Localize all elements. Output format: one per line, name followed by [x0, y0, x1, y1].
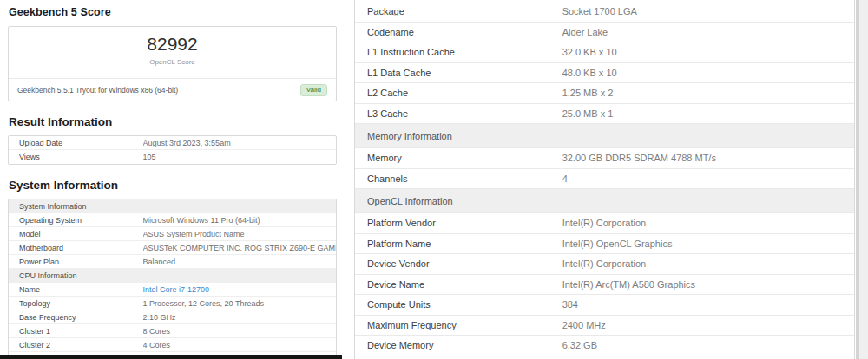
row-value: 2.10 GHz	[143, 313, 336, 322]
row-value: 25.0 MB x 1	[562, 108, 854, 119]
row-value: 4 Cores	[143, 341, 336, 349]
table-row: L1 Data Cache 48.0 KB x 10	[355, 63, 854, 84]
row-label: L1 Data Cache	[355, 68, 562, 78]
table-row: Device Vendor Intel(R) Corporation	[355, 254, 854, 275]
row-label: Maximum Frequency	[355, 320, 562, 330]
row-label: Base Frequency	[9, 313, 143, 322]
row-value: 1.25 MB x 2	[562, 88, 854, 98]
row-value: 48.0 KB x 10	[562, 68, 854, 78]
row-label: CPU Information	[9, 271, 336, 280]
system-information-table: System Information Operating System Micr…	[8, 199, 337, 359]
row-label: Power Plan	[9, 258, 143, 266]
row-label: Topology	[9, 299, 143, 308]
row-value: 6.32 GB	[562, 340, 854, 350]
table-row: Power Plan Balanced	[9, 255, 336, 269]
table-row: Motherboard ASUSTeK COMPUTER INC. ROG ST…	[9, 241, 336, 255]
table-row: Codename Alder Lake	[355, 23, 854, 43]
row-label: System Information	[9, 202, 336, 211]
table-row: Compute Units 384	[355, 295, 854, 316]
row-value: 4	[562, 173, 854, 184]
screenshot-bottom-edge	[0, 355, 342, 359]
row-label: Cluster 2	[9, 341, 143, 349]
row-value: Balanced	[143, 258, 336, 266]
row-value: 8 Cores	[143, 327, 336, 336]
row-label: Memory Information	[355, 131, 854, 141]
row-label: Memory	[355, 153, 562, 163]
row-label: Codename	[355, 27, 562, 37]
row-value: Intel(R) Corporation	[562, 218, 854, 228]
table-row: Memory 32.00 GB DDR5 SDRAM 4788 MT/s	[355, 148, 854, 169]
table-row: Maximum Frequency 2400 MHz	[355, 316, 854, 336]
row-label: L2 Cache	[355, 88, 562, 98]
table-row: Model ASUS System Product Name	[9, 227, 336, 241]
benchmark-version-text: Geekbench 5.5.1 Tryout for Windows x86 (…	[17, 86, 178, 95]
table-row: Channels 4	[355, 169, 854, 190]
row-label: Package	[355, 6, 562, 16]
row-label: Motherboard	[9, 244, 143, 252]
row-label: Channels	[355, 173, 562, 184]
row-value: Intel(R) Corporation	[562, 258, 854, 269]
row-label: Name	[9, 285, 143, 294]
page-title: Geekbench 5 Score	[9, 6, 354, 18]
score-card: 82992 OpenCL Score Geekbench 5.5.1 Tryou…	[8, 26, 337, 101]
row-value: 32.0 KB x 10	[562, 47, 854, 57]
row-value: Socket 1700 LGA	[562, 6, 854, 16]
table-row: Device Memory 6.32 GB	[355, 336, 854, 356]
row-value: 2400 MHz	[562, 320, 854, 330]
row-label: Compute Units	[355, 299, 562, 310]
row-label: Platform Name	[355, 238, 562, 249]
row-label: Views	[9, 153, 143, 161]
row-value: Microsoft Windows 11 Pro (64-bit)	[143, 216, 336, 225]
table-row: Device Name Intel(R) Arc(TM) A580 Graphi…	[355, 275, 854, 296]
section-header-row: CPU Information	[9, 269, 336, 283]
table-row: Cluster 2 4 Cores	[9, 338, 336, 352]
table-row: L3 Cache 25.0 MB x 1	[355, 104, 854, 125]
section-header-row: Memory Information	[355, 124, 854, 148]
result-information-heading: Result Information	[9, 115, 354, 128]
row-value: 1 Processor, 12 Cores, 20 Threads	[143, 299, 336, 308]
score-label: OpenCL Score	[9, 58, 336, 66]
valid-status-badge: Valid	[300, 84, 327, 96]
row-value: Intel(R) OpenCL Graphics	[562, 238, 854, 249]
system-information-heading: System Information	[9, 179, 354, 192]
row-label: Device Vendor	[355, 258, 562, 269]
row-label: L1 Instruction Cache	[355, 47, 562, 57]
row-value: Alder Lake	[562, 27, 854, 37]
table-row: Operating System Microsoft Windows 11 Pr…	[9, 213, 336, 227]
row-value: August 3rd 2023, 3:55am	[143, 139, 336, 147]
score-main: 82992 OpenCL Score	[9, 27, 336, 78]
row-label: Cluster 1	[9, 327, 143, 336]
scrollbar-track[interactable]	[856, 0, 868, 359]
row-label: Upload Date	[9, 139, 143, 147]
row-label: Device Memory	[355, 340, 562, 350]
row-value: 105	[143, 153, 336, 161]
row-value: 384	[562, 299, 854, 310]
row-value: ASUS System Product Name	[143, 230, 336, 238]
table-row: Platform Vendor Intel(R) Corporation	[355, 213, 854, 234]
row-value: ASUSTeK COMPUTER INC. ROG STRIX Z690-E G…	[143, 244, 336, 252]
row-value: 32.00 GB DDR5 SDRAM 4788 MT/s	[562, 153, 854, 163]
row-value: Intel(R) Arc(TM) A580 Graphics	[562, 279, 854, 290]
row-label: OpenCL Information	[355, 196, 854, 206]
row-label: Device Name	[355, 279, 562, 290]
table-row: Package Socket 1700 LGA	[355, 2, 854, 23]
table-row: Name Intel Core i7-12700	[9, 283, 336, 297]
row-label: Model	[9, 230, 143, 238]
benchmark-summary-panel: Geekbench 5 Score 82992 OpenCL Score Gee…	[0, 0, 354, 359]
hardware-details-panel: Package Socket 1700 LGA Codename Alder L…	[354, 0, 855, 359]
table-row: Views 105	[9, 150, 336, 164]
section-header-row: OpenCL Information	[355, 189, 854, 213]
section-header-row: System Information	[9, 199, 336, 213]
cpu-name-link[interactable]: Intel Core i7-12700	[143, 285, 336, 294]
row-label: Operating System	[9, 216, 143, 225]
table-row: Base Frequency 2.10 GHz	[9, 310, 336, 324]
result-information-table: Upload Date August 3rd 2023, 3:55am View…	[8, 135, 337, 165]
score-card-footer: Geekbench 5.5.1 Tryout for Windows x86 (…	[9, 78, 336, 101]
row-label: Platform Vendor	[355, 218, 562, 228]
score-value: 82992	[9, 34, 336, 55]
table-row: Platform Name Intel(R) OpenCL Graphics	[355, 234, 854, 255]
table-row: L1 Instruction Cache 32.0 KB x 10	[355, 42, 854, 63]
table-row: L2 Cache 1.25 MB x 2	[355, 83, 854, 104]
table-row: Topology 1 Processor, 12 Cores, 20 Threa…	[9, 297, 336, 310]
row-label: L3 Cache	[355, 108, 562, 119]
